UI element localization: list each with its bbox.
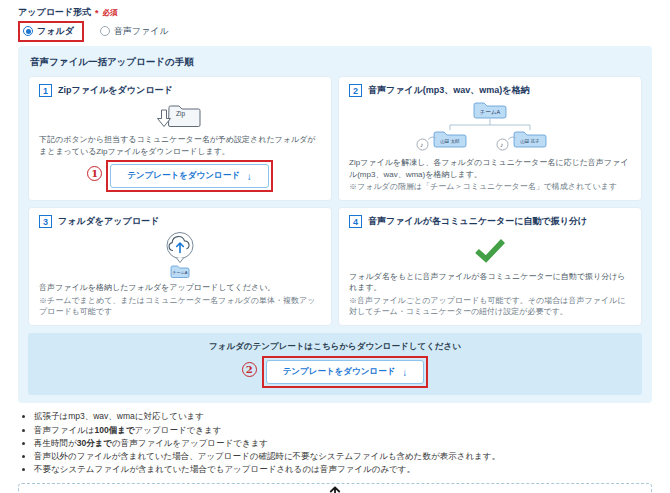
svg-text:チームA: チームA [173,270,188,275]
required-badge: 必須 [103,8,118,18]
communicator-folder-icon: 山田 花子 [514,132,546,147]
step-card-2: 2 音声ファイル(mp3、wav、wma)を格納 チームA 山田 太郎 [338,76,642,201]
template-download-button-1[interactable]: テンプレートをダウンロード ↓ [110,164,269,188]
list-item: 不要なシステムファイルが含まれていた場合でもアップロードされるのは音声ファイルの… [34,463,652,476]
upload-steps-panel: 音声ファイル一括アップロードの手順 1 Zipファイルをダウンロード Zip 下… [18,46,652,403]
team-folder-icon: チームA [474,103,506,118]
radio-audio-file-label: 音声ファイル [114,25,169,38]
template-download-button-2[interactable]: テンプレートをダウンロード ↓ [266,360,425,384]
svg-text:チームA: チームA [480,109,501,115]
download-arrow-icon: ↓ [247,171,252,182]
radio-unselected-icon [100,26,110,36]
highlight-box-2: テンプレートをダウンロード ↓ [262,356,429,388]
communicator-folder-icon: 山田 太郎 [434,132,466,147]
radio-folder-label: フォルダ [37,25,74,38]
step-number-badge: 3 [39,215,52,228]
banner-text: フォルダのテンプレートはこちらからダウンロードしてください [28,341,642,353]
folder-dropzone[interactable]: フォルダをドロップまたは フォルダを選択 [18,483,652,493]
team-folder-icon: チームA [171,266,189,278]
folder-tree-icon: チームA 山田 太郎 山田 花子 ♪ [405,100,575,154]
step-body: Zipファイルを解凍し、各フォルダのコミュニケーター名に応じた音声ファイル(mp… [349,157,631,180]
steps-grid: 1 Zipファイルをダウンロード Zip 下記のボタンから担当するコミュニケータ… [28,76,642,326]
step-title: 音声ファイルが各コミュニケーターに自動で振り分け [368,215,587,228]
step-body: フォルダ名をもとに音声ファイルが各コミュニケーターに自動で振り分けられます。 [349,271,631,294]
radio-audio-file[interactable]: 音声ファイル [100,25,169,38]
step-title: Zipファイルをダウンロード [58,84,173,97]
step-title: フォルダをアップロード [58,215,159,228]
bulk-audio-upload-page: アップロード形式* 必須 フォルダ 音声ファイル 音声ファイル一括アップロードの… [0,0,670,493]
music-file-icon: ♪ [417,137,436,150]
upload-notes-list: 拡張子はmp3、wav、wmaに対応しています 音声ファイルは100個までアップ… [18,410,652,476]
highlight-box-1: テンプレートをダウンロード ↓ [106,160,273,192]
required-asterisk: * [95,8,99,18]
steps-panel-title: 音声ファイル一括アップロードの手順 [30,56,642,69]
step-number-badge: 2 [349,84,362,97]
step-body: 音声ファイルを格納したフォルダをアップロードしてください。 [39,282,321,294]
step-body: 下記のボタンから担当するコミュニケーター名が予め設定されたフォルダがまとまってい… [39,134,321,157]
list-item: 音声ファイルは100個までアップロードできます [34,424,652,437]
svg-text:山田 太郎: 山田 太郎 [440,139,460,144]
step-card-3: 3 フォルダをアップロード チームA 音声ファイルを [28,207,332,326]
radio-selected-icon [23,26,33,36]
step-card-1: 1 Zipファイルをダウンロード Zip 下記のボタンから担当するコミュニケータ… [28,76,332,201]
step-number-badge: 1 [39,84,52,97]
upload-format-label-row: アップロード形式* 必須 [18,6,652,19]
check-icon [473,237,507,263]
upload-tray-icon [324,484,346,493]
template-download-banner: フォルダのテンプレートはこちらからダウンロードしてください 2 テンプレートをダ… [28,333,642,395]
cloud-upload-icon: チームA [158,231,202,279]
svg-text:♪: ♪ [500,141,503,148]
radio-folder[interactable]: フォルダ [18,21,84,42]
svg-text:Zip: Zip [176,110,185,118]
annotation-circle-2: 2 [242,362,257,377]
step-note: ※フォルダの階層は「チーム＞コミュニケーター名」で構成されています [349,181,631,192]
list-item: 音声以外のファイルが含まれていた場合、アップロードの確認時に不要なシステムファイ… [34,450,652,463]
list-item: 拡張子はmp3、wav、wmaに対応しています [34,410,652,423]
download-arrow-icon: ↓ [402,367,407,378]
zip-folder-icon: Zip [156,101,204,131]
annotation-circle-1: 1 [87,166,102,181]
list-item: 再生時間が30分までの音声ファイルをアップロードできます [34,437,652,450]
step-note: ※音声ファイルごとのアップロードも可能です。その場合は音声ファイルに対してチーム… [349,295,631,317]
upload-format-label: アップロード形式 [18,6,91,19]
svg-text:山田 花子: 山田 花子 [520,139,540,144]
upload-format-radio-group: フォルダ 音声ファイル [18,22,652,40]
svg-text:♪: ♪ [420,141,423,148]
step-card-4: 4 音声ファイルが各コミュニケーターに自動で振り分け フォルダ名をもとに音声ファ… [338,207,642,326]
step-note: ※チームでまとめて、またはコミュニケーター名フォルダの単体・複数アップロードも可… [39,295,321,317]
step-title: 音声ファイル(mp3、wav、wma)を格納 [368,84,530,97]
music-file-icon: ♪ [497,137,516,150]
step-number-badge: 4 [349,215,362,228]
